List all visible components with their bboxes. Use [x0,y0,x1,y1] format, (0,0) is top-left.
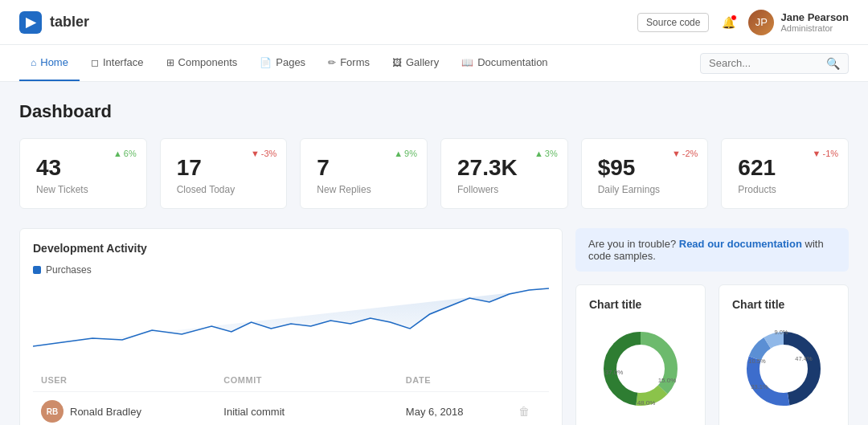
nav-label-documentation: Documentation [477,56,547,68]
stat-label-new-replies: New Replies [317,184,411,195]
alert-text-before: Are you in trouble? [588,238,676,250]
stat-badge-new-tickets: ▲ 6% [113,149,137,158]
stat-number-closed-today: 17 [177,155,271,181]
header: ▶ tabler Source code 🔔 JP Jane Pearson A… [0,0,868,45]
nav-icon-interface: ◻ [91,57,99,68]
chart-right-title: Chart title [732,298,835,311]
delete-icon-1[interactable]: 🗑 [518,405,530,418]
nav-label-components: Components [178,56,238,68]
table-header: USER COMMIT DATE [33,369,549,392]
nav-label-pages: Pages [276,56,305,68]
page-title: Dashboard [19,101,849,122]
stat-badge-value-followers: 3% [545,149,558,158]
col-action [510,369,549,392]
dev-activity-card: Development Activity Purchases [19,228,563,425]
stat-badge-daily-earnings: ▼ -2% [672,149,698,158]
stat-number-daily-earnings: $95 [598,155,692,181]
notification-dot [731,14,737,21]
stat-card-daily-earnings: ▼ -2% $95 Daily Earnings [581,138,709,209]
header-left: ▶ tabler [19,11,89,34]
nav-item-pages[interactable]: 📄Pages [248,45,317,81]
stat-label-products: Products [738,184,832,195]
nav-left: ⌂Home◻Interface⊞Components📄Pages✏Forms🖼G… [19,45,559,81]
stat-arrow-new-tickets: ▲ [113,149,122,158]
right-panel: Are you in trouble? Read our documentati… [575,228,849,425]
search-icon: 🔍 [826,57,840,70]
stat-arrow-daily-earnings: ▼ [672,149,681,158]
brand-name: tabler [50,14,89,31]
cell-date-1: May 6, 2018 [398,392,510,426]
nav-icon-documentation: 📖 [461,57,473,68]
chart-left-title: Chart title [589,298,692,311]
nav-item-forms[interactable]: ✏Forms [317,45,381,81]
col-user: USER [33,369,215,392]
chart-card-left: Chart title 37.0% [575,284,706,425]
donut-chart-right: 47.4% 33.1% 10.5% 9.0% [732,321,835,417]
col-commit: COMMIT [215,369,398,392]
stat-card-followers: ▲ 3% 27.3K Followers [440,138,568,209]
nav-label-home: Home [40,56,68,68]
logo-icon: ▶ [19,11,42,34]
user-avatar-1: RB [41,400,63,423]
stat-label-followers: Followers [457,184,551,195]
alert-card: Are you in trouble? Read our documentati… [575,228,849,272]
stat-badge-closed-today: ▼ -3% [251,149,276,158]
stat-badge-new-replies: ▲ 9% [394,149,417,158]
stat-number-new-tickets: 43 [36,155,130,181]
nav: ⌂Home◻Interface⊞Components📄Pages✏Forms🖼G… [0,45,868,82]
chart-card-right: Chart title 47.4% [719,284,849,425]
stat-number-products: 621 [738,155,832,181]
nav-item-interface[interactable]: ◻Interface [80,45,155,81]
svg-text:37.0%: 37.0% [605,369,624,376]
activity-table: USER COMMIT DATE RB Ronald Bradley Initi… [33,369,549,425]
user-name: Jane Pearson [780,11,849,23]
notification-icon[interactable]: 🔔 [722,16,735,29]
user-role: Administrator [780,23,849,33]
nav-search: 🔍 [700,53,849,74]
nav-icon-forms: ✏ [328,57,336,68]
col-date: DATE [398,369,510,392]
source-code-button[interactable]: Source code [637,13,709,32]
nav-icon-pages: 📄 [260,57,272,68]
stat-card-new-replies: ▲ 9% 7 New Replies [300,138,428,209]
svg-text:15.0%: 15.0% [658,377,677,384]
user-cell-1: RB Ronald Bradley [41,400,207,423]
content: Dashboard ▲ 6% 43 New Tickets ▼ -3% 17 C… [0,82,868,425]
table-body: RB Ronald Bradley Initial commit May 6, … [33,392,549,426]
cell-action-1: 🗑 [510,392,549,426]
stat-card-closed-today: ▼ -3% 17 Closed Today [160,138,288,209]
donut-chart-left: 37.0% 15.0% 48.0% [589,321,692,417]
stat-badge-value-products: -1% [822,149,838,158]
nav-item-gallery[interactable]: 🖼Gallery [381,45,450,81]
svg-text:48.0%: 48.0% [637,399,656,407]
svg-text:33.1%: 33.1% [751,383,768,390]
alert-link[interactable]: Read our documentation [679,238,802,250]
nav-label-interface: Interface [103,56,144,68]
nav-item-home[interactable]: ⌂Home [19,45,80,81]
nav-icon-gallery: 🖼 [392,57,402,68]
svg-text:10.5%: 10.5% [748,358,766,365]
stat-badge-followers: ▲ 3% [534,149,558,158]
header-right: Source code 🔔 JP Jane Pearson Administra… [637,10,849,35]
line-chart [33,282,549,362]
cell-user-1: RB Ronald Bradley [33,392,215,426]
legend-label: Purchases [46,264,92,276]
stat-badge-products: ▼ -1% [813,149,838,158]
stat-card-products: ▼ -1% 621 Products [721,138,849,209]
stat-number-followers: 27.3K [457,155,551,181]
stat-label-new-tickets: New Tickets [36,184,130,195]
user-info[interactable]: JP Jane Pearson Administrator [748,10,849,35]
nav-icon-home: ⌂ [31,57,36,68]
nav-icon-components: ⊞ [166,57,174,68]
stat-arrow-products: ▼ [813,149,821,158]
search-input[interactable] [709,57,821,69]
nav-item-documentation[interactable]: 📖Documentation [450,45,559,81]
stat-badge-value-new-replies: 9% [404,149,417,158]
stat-badge-value-daily-earnings: -2% [682,149,698,158]
stat-badge-value-closed-today: -3% [261,149,277,158]
nav-item-components[interactable]: ⊞Components [155,45,249,81]
stat-label-daily-earnings: Daily Earnings [598,184,692,195]
user-name-1: Ronald Bradley [70,406,141,418]
table-row: RB Ronald Bradley Initial commit May 6, … [33,392,549,426]
user-details: Jane Pearson Administrator [780,11,849,33]
